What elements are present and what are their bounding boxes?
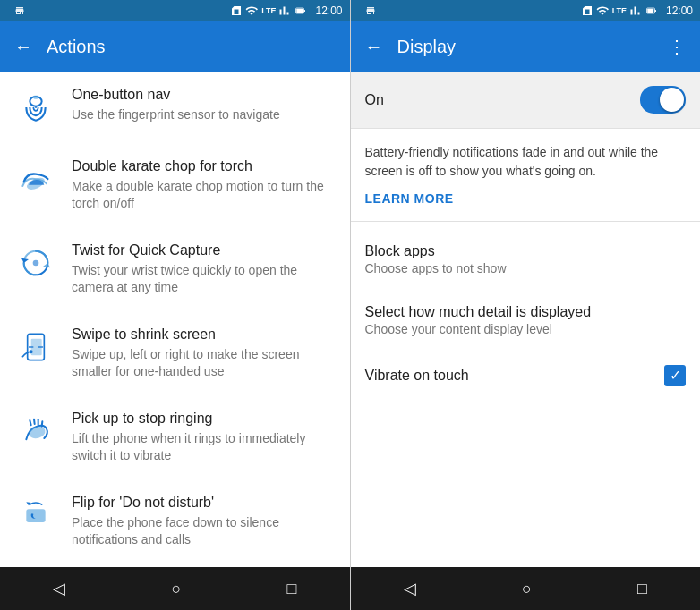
svg-rect-5 (33, 96, 38, 99)
svg-point-12 (30, 350, 33, 353)
actions-title: Actions (47, 37, 336, 57)
display-app-bar: ← Display ⋮ (351, 21, 701, 72)
action-flip-dnd-title: Flip for 'Do not disturb' (72, 494, 336, 513)
display-title: Display (397, 37, 654, 57)
pickup-icon (14, 410, 57, 453)
action-swipe-shrink[interactable]: Swipe to shrink screen Swipe up, left or… (0, 311, 350, 395)
checkmark-icon: ✓ (670, 369, 681, 383)
nav-bar-left: ◁ ○ □ (0, 567, 350, 610)
nav-recent-left[interactable]: □ (269, 572, 315, 606)
vibrate-on-touch-checkbox[interactable]: ✓ (664, 365, 686, 386)
action-one-button-nav-subtitle: Use the fingerprint sensor to navigate (72, 106, 336, 124)
select-detail-title: Select how much detail is displayed (365, 304, 687, 320)
action-karate-chop-text: Double karate chop for torch Make a doub… (72, 157, 336, 213)
status-icons-right: LTE 12:00 (582, 4, 693, 17)
twist-icon (14, 241, 57, 284)
select-detail-subtitle: Choose your content display level (365, 322, 687, 336)
action-karate-chop-title: Double karate chop for torch (72, 157, 336, 176)
action-one-button-nav[interactable]: One-button nav Use the fingerprint senso… (0, 72, 350, 143)
actions-list: One-button nav Use the fingerprint senso… (0, 72, 350, 567)
description-text: Battery-friendly notifications fade in a… (365, 143, 687, 181)
action-twist-capture-subtitle: Twist your wrist twice quickly to open t… (72, 262, 336, 297)
display-content: On Battery-friendly notifications fade i… (351, 72, 701, 567)
karate-icon (14, 157, 57, 200)
more-options-button[interactable]: ⋮ (668, 36, 686, 57)
nav-home-right[interactable]: ○ (504, 572, 550, 606)
svg-rect-17 (654, 10, 656, 12)
action-pickup-ringing[interactable]: Pick up to stop ringing Lift the phone w… (0, 395, 350, 479)
status-icons-left: LTE 12:00 (231, 4, 342, 17)
flip-icon (14, 494, 57, 537)
svg-marker-7 (21, 258, 29, 263)
vibrate-on-touch-row[interactable]: Vibrate on touch ✓ (351, 351, 701, 401)
display-panel: LTE 12:00 ← Display ⋮ On Battery-friendl… (351, 0, 701, 610)
actions-panel: LTE 12:00 ← Actions (0, 0, 350, 610)
action-flip-dnd-subtitle: Place the phone face down to silence not… (72, 514, 336, 549)
fingerprint-icon (14, 86, 57, 129)
on-off-toggle-row: On (351, 72, 701, 129)
vibrate-on-touch-label: Vibrate on touch (365, 368, 469, 384)
svg-rect-18 (647, 9, 653, 13)
action-pickup-ringing-subtitle: Lift the phone when it rings to immediat… (72, 430, 336, 465)
settings-item-block-apps[interactable]: Block apps Choose apps to not show (351, 229, 701, 290)
svg-rect-1 (304, 10, 306, 12)
action-pickup-ringing-title: Pick up to stop ringing (72, 410, 336, 428)
description-block: Battery-friendly notifications fade in a… (351, 129, 701, 214)
nav-bar-right: ◁ ○ □ (351, 567, 701, 610)
learn-more-link[interactable]: LEARN MORE (365, 191, 454, 206)
nav-back-left[interactable]: ◁ (35, 572, 83, 606)
status-bar-right: LTE 12:00 (351, 0, 701, 21)
action-swipe-shrink-title: Swipe to shrink screen (72, 326, 336, 344)
status-bar-left: LTE 12:00 (0, 0, 350, 21)
svg-rect-2 (297, 9, 303, 13)
settings-item-select-detail[interactable]: Select how much detail is displayed Choo… (351, 290, 701, 351)
action-twist-capture-title: Twist for Quick Capture (72, 241, 336, 260)
action-swipe-shrink-text: Swipe to shrink screen Swipe up, left or… (72, 326, 336, 381)
action-one-button-nav-title: One-button nav (72, 86, 336, 105)
action-pickup-ringing-text: Pick up to stop ringing Lift the phone w… (72, 410, 336, 465)
status-time-left: 12:00 (315, 4, 342, 17)
block-apps-subtitle: Choose apps to not show (365, 261, 687, 275)
divider-1 (351, 221, 701, 222)
action-karate-chop-subtitle: Make a double karate chop motion to turn… (72, 178, 336, 213)
svg-point-4 (35, 106, 37, 108)
nav-back-right[interactable]: ◁ (386, 572, 434, 606)
actions-app-bar: ← Actions (0, 21, 350, 72)
svg-marker-8 (43, 263, 50, 267)
svg-rect-14 (26, 509, 45, 522)
action-karate-chop[interactable]: Double karate chop for torch Make a doub… (0, 143, 350, 227)
status-bar-notifications-right (358, 5, 582, 16)
svg-point-9 (33, 260, 39, 267)
action-twist-capture[interactable]: Twist for Quick Capture Twist your wrist… (0, 227, 350, 311)
shrink-icon (14, 326, 57, 369)
status-bar-notifications (7, 5, 231, 16)
on-off-toggle[interactable] (640, 86, 686, 114)
action-flip-dnd[interactable]: Flip for 'Do not disturb' Place the phon… (0, 479, 350, 563)
action-twist-capture-text: Twist for Quick Capture Twist your wrist… (72, 241, 336, 297)
block-apps-title: Block apps (365, 243, 687, 259)
action-swipe-shrink-subtitle: Swipe up, left or right to make the scre… (72, 346, 336, 381)
toggle-label: On (365, 92, 384, 108)
back-button-right[interactable]: ← (365, 37, 383, 57)
action-one-button-nav-text: One-button nav Use the fingerprint senso… (72, 86, 336, 123)
action-flip-dnd-text: Flip for 'Do not disturb' Place the phon… (72, 494, 336, 549)
back-button-left[interactable]: ← (14, 37, 32, 57)
status-time-right: 12:00 (666, 4, 693, 17)
nav-home-left[interactable]: ○ (153, 572, 199, 606)
nav-recent-right[interactable]: □ (619, 572, 665, 606)
